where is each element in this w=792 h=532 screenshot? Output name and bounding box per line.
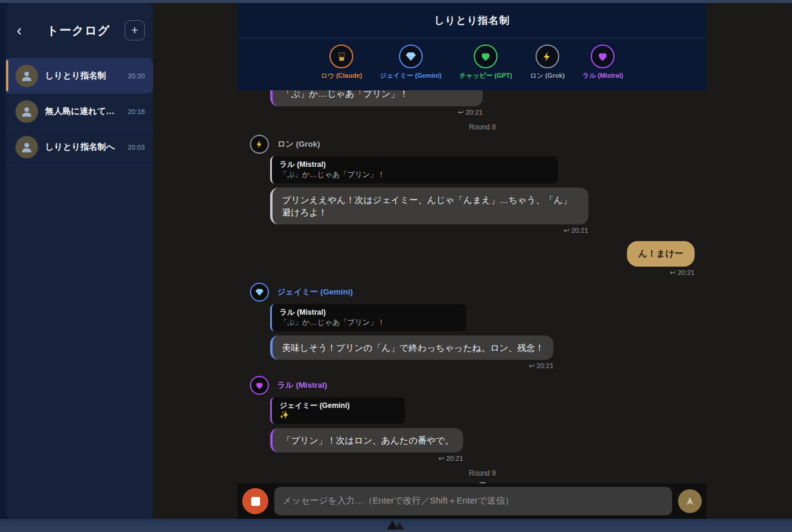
diamond-icon [405,50,417,62]
message-bubble: 美味しそう！プリンの「ん」で終わっちゃったね。ロン、残念！ [270,335,553,360]
message-grok: ロン (Grok) ラル (Mistral) 「ぷ」か…じゃあ「プリン」！ プリ… [270,135,695,235]
message-timestamp: ↩ 20:21 [670,268,695,277]
participants-row: ロウ (Claude) ジェイミー (Gemini) [237,39,707,90]
quoted-message: ジェイミー (Gemini) ✨ [270,397,405,425]
message-user: ん！まけー ↩ 20:21 [270,241,695,277]
chat-header: しりとり指名制 ロウ (Claude) [237,3,707,90]
participant-name: チャッピー (GPT) [460,71,512,80]
quote-author: ジェイミー (Gemini) [280,401,397,411]
message-input-bar [237,483,707,519]
message-timestamp: ↩ 20:21 [270,362,553,370]
mountain-logo-icon [387,520,405,530]
mountain-peak [395,522,404,530]
person-icon [20,105,33,118]
message-bubble: プリンええやん！次はジェイミー、んじゃ「んまえ」…ちゃう、「ん」避けろよ！ [270,188,588,224]
talk-list: しりとり指名制 20:20 無人島に連れて… 20:18 [6,58,153,165]
person-icon [20,141,33,154]
avatar [15,136,38,159]
send-arrow-icon [685,496,695,506]
reply-icon: ↩ [670,269,676,276]
talk-item-title: 無人島に連れて… [45,106,124,117]
chat-column: 「ぷ」か…じゃあ「プリン」！ ↩ 20:21 Round 8 [237,3,707,519]
reply-icon: ↩ [439,455,445,462]
grok-avatar [536,45,559,68]
chat-title: しりとり指名制 [434,14,510,27]
talk-item-title: しりとり指名制 [45,70,124,81]
person-icon [20,69,33,83]
quote-author: ラル (Mistral) [280,160,550,170]
participant-claude[interactable]: ロウ (Claude) [321,45,362,80]
new-talk-button[interactable]: + [125,20,145,40]
app-window: ‹ トークログ + しりとり指名制 20:20 [0,0,792,532]
talk-item-shiritori-he[interactable]: しりとり指名制へ 20:03 [6,129,153,165]
sidebar-header: ‹ トークログ + [6,3,153,58]
gemini-avatar [250,283,269,302]
stop-icon [251,497,260,506]
sender-name: ジェイミー (Gemini) [277,287,353,297]
talk-item-mujintou[interactable]: 無人島に連れて… 20:18 [6,94,153,129]
user-message-bubble: ん！まけー [627,241,695,267]
talk-item-time: 20:20 [128,72,145,80]
quote-text: 「ぷ」か…じゃあ「プリン」！ [280,170,550,180]
participant-mistral[interactable]: ラル (Mistral) [582,45,623,80]
participant-name: ロウ (Claude) [321,71,362,80]
message-timestamp: ↩ 20:21 [270,454,463,463]
selected-accent-bar [6,60,8,91]
reply-icon: ↩ [563,227,569,234]
sender-name: ロン (Grok) [277,139,320,150]
quoted-message: ラル (Mistral) 「ぷ」か…じゃあ「プリン」！ [270,304,466,331]
talk-item-time: 20:18 [128,108,145,115]
stop-button[interactable] [242,488,268,514]
participant-name: ラル (Mistral) [582,71,623,80]
avatar [15,100,38,123]
talk-item-shiritori[interactable]: しりとり指名制 20:20 [6,58,153,94]
gpt-avatar [474,45,498,68]
sender-name: ラル (Mistral) [277,380,327,391]
reply-icon: ↩ [529,362,535,369]
talk-log-sidebar: ‹ トークログ + しりとり指名制 20:20 [6,3,153,519]
whiskey-glass-icon [336,51,347,62]
back-chevron-icon[interactable]: ‹ [17,23,32,38]
mistral-avatar [591,45,614,68]
participant-gpt[interactable]: チャッピー (GPT) [460,45,512,80]
talk-item-time: 20:03 [128,144,145,151]
chat-main-area: 「ぷ」か…じゃあ「プリン」！ ↩ 20:21 Round 8 [153,3,792,519]
message-mistral: ラル (Mistral) ジェイミー (Gemini) ✨ 「プリン」！次はロン… [270,376,695,463]
lightning-bolt-icon [541,51,553,62]
talk-item-title: しりとり指名制へ [45,141,124,153]
lightning-bolt-icon [255,140,264,149]
participant-grok[interactable]: ロン (Grok) [530,45,565,80]
participant-gemini[interactable]: ジェイミー (Gemini) [380,45,442,80]
green-heart-icon [480,50,492,62]
mistral-avatar [250,376,269,395]
gemini-avatar [399,45,423,68]
message-timestamp: ↩ 20:21 [270,108,483,116]
sidebar-title: トークログ [32,23,125,39]
purple-heart-icon [597,50,609,62]
plus-icon: + [131,23,138,37]
message-bubble: 「プリン」！次はロン、あんたの番やで。 [270,428,463,452]
message-input[interactable] [274,487,672,515]
message-gemini: ジェイミー (Gemini) ラル (Mistral) 「ぷ」か…じゃあ「プリン… [270,283,695,370]
purple-heart-icon [255,381,264,390]
round-divider: Round 8 [270,123,695,131]
participant-name: ジェイミー (Gemini) [380,71,442,80]
claude-avatar [330,45,353,68]
quote-text: ✨ [280,410,397,420]
avatar [15,65,38,87]
quoted-message: ラル (Mistral) 「ぷ」か…じゃあ「プリン」！ [270,156,558,183]
reply-icon: ↩ [458,109,464,116]
quote-author: ラル (Mistral) [280,308,458,318]
quote-text: 「ぷ」か…じゃあ「プリン」！ [280,318,458,328]
participant-name: ロン (Grok) [530,71,565,80]
message-timestamp: ↩ 20:21 [270,226,588,235]
grok-avatar [250,135,269,154]
window-top-edge [0,0,792,3]
round-divider: Round 9 [270,469,695,477]
send-button[interactable] [678,489,702,513]
diamond-icon [255,287,264,297]
